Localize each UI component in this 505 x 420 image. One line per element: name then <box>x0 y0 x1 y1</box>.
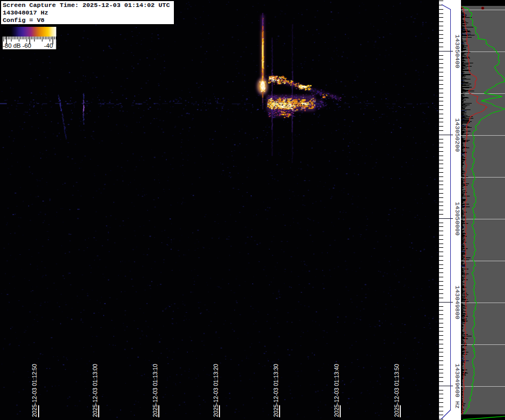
svg-text:2025-12-03 01:13:40: 2025-12-03 01:13:40 <box>333 364 340 417</box>
svg-text:143050400: 143050400 <box>453 34 461 68</box>
svg-text:-40: -40 <box>44 42 53 49</box>
svg-text:2025-12-03 01:13:00: 2025-12-03 01:13:00 <box>92 364 98 417</box>
svg-text:2025-12-03 01:13:50: 2025-12-03 01:13:50 <box>393 364 400 417</box>
svg-text:-80 dB -60: -80 dB -60 <box>3 42 31 49</box>
svg-text:2025-12-03 01:13:10: 2025-12-03 01:13:10 <box>152 364 158 417</box>
svg-text:2025-12-03 01:12:50: 2025-12-03 01:12:50 <box>31 364 38 417</box>
svg-text:2025-12-03 01:13:30: 2025-12-03 01:13:30 <box>273 364 279 417</box>
svg-text:143049800: 143049800 <box>453 285 461 319</box>
svg-text:143050200: 143050200 <box>453 118 461 152</box>
svg-text:143050000: 143050000 <box>453 202 461 235</box>
svg-text:143049600 Hz: 143049600 Hz <box>453 364 461 409</box>
svg-text:2025-12-03 01:13:20: 2025-12-03 01:13:20 <box>213 364 219 417</box>
